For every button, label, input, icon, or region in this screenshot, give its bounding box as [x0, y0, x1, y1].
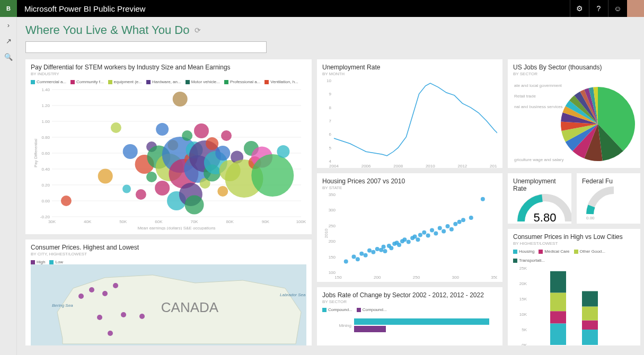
search-icon[interactable]: 🔍	[0, 49, 17, 65]
tile-title: Consumer Prices in High vs Low Cities	[513, 233, 635, 241]
tile-jobs-pie[interactable]: US Jobs By Sector (thousands) BY SECTOR …	[508, 59, 640, 168]
svg-point-28	[111, 122, 121, 133]
settings-icon[interactable]: ⚙	[570, 0, 589, 17]
svg-point-122	[413, 234, 417, 238]
svg-rect-162	[582, 330, 598, 345]
svg-text:0: 0	[519, 223, 522, 224]
svg-point-26	[61, 196, 72, 206]
svg-point-128	[434, 232, 438, 236]
tile-consumer-bar[interactable]: Consumer Prices in High vs Low Cities BY…	[508, 229, 640, 345]
consumer-bar-chart: 0K5K10K15K20K25KHighLow	[513, 263, 635, 345]
svg-point-30	[123, 144, 138, 159]
tile-sub: BY INDUSTRY	[31, 72, 306, 76]
tile-federal-gauge[interactable]: Federal Fu 0.00	[577, 173, 640, 224]
tile-sub: BY STATE	[322, 185, 497, 190]
map-label: CANADA	[161, 299, 219, 315]
help-icon[interactable]: ?	[589, 0, 608, 17]
tile-title: Pay Differential for STEM workers by Ind…	[31, 64, 306, 71]
svg-text:150: 150	[334, 275, 342, 280]
share-icon[interactable]: ↗	[0, 33, 17, 49]
tile-title: Unemployment Rate	[513, 178, 566, 192]
app-logo-icon: B	[0, 0, 17, 17]
tile-sub: BY CITY, HIGHEST/LOWEST	[31, 252, 306, 256]
svg-rect-158	[550, 311, 566, 323]
housing-scatter-chart: 1001502002503003501502002503003502007201…	[322, 190, 497, 282]
svg-point-66	[277, 145, 289, 158]
svg-point-31	[136, 189, 146, 200]
svg-text:9: 9	[329, 92, 332, 96]
chart-legend: HighLow	[31, 260, 306, 264]
unemployment-line-chart: 45678910200420062008201020122014	[322, 76, 497, 168]
svg-point-125	[422, 230, 426, 235]
svg-point-104	[356, 257, 360, 261]
svg-text:5.80: 5.80	[534, 211, 557, 224]
svg-text:0K: 0K	[522, 343, 527, 345]
svg-text:2014: 2014	[490, 164, 497, 168]
tile-jobs-change[interactable]: Jobs Rate of Change by Sector 2002 - 201…	[317, 287, 502, 345]
gauge-chart: 5.80 0 12	[513, 192, 571, 224]
svg-point-36	[156, 123, 169, 136]
tile-consumer-map[interactable]: Consumer Prices. Highest and Lowest BY C…	[25, 239, 312, 345]
svg-rect-142	[354, 326, 386, 332]
svg-text:60K: 60K	[155, 219, 163, 224]
app-title: Microsoft Power BI Public Preview	[17, 4, 570, 13]
collapse-icon[interactable]: ›	[0, 17, 17, 33]
svg-rect-157	[550, 323, 566, 345]
svg-point-108	[371, 250, 375, 254]
svg-point-37	[155, 181, 170, 196]
svg-text:2008: 2008	[393, 164, 403, 168]
svg-text:Mean earnings (dollars) S&E oc: Mean earnings (dollars) S&E occupations	[137, 226, 215, 230]
svg-point-106	[364, 253, 368, 258]
svg-rect-163	[582, 321, 598, 330]
svg-point-41	[173, 92, 188, 106]
svg-point-75	[121, 312, 126, 317]
svg-point-44	[182, 130, 192, 141]
tile-sub: BY SECTOR	[513, 72, 635, 76]
svg-point-48	[185, 196, 204, 215]
tile-unemployment-line[interactable]: Unemployment Rate BY MONTH 4567891020042…	[317, 59, 502, 168]
jobs-pie-chart: ate and local governmentRetail tradenal …	[513, 76, 635, 168]
svg-text:1.20: 1.20	[41, 103, 50, 108]
svg-text:80K: 80K	[226, 219, 234, 224]
svg-point-105	[359, 252, 364, 256]
svg-text:15K: 15K	[519, 297, 527, 301]
tile-housing-scatter[interactable]: Housing Prices 2007 vs 2010 BY STATE 100…	[317, 173, 502, 282]
tile-stem-scatter[interactable]: Pay Differential for STEM workers by Ind…	[25, 59, 312, 234]
tile-sub: BY HIGHEST/LOWEST	[513, 241, 635, 246]
svg-point-131	[446, 224, 450, 228]
tile-title: Housing Prices 2007 vs 2010	[322, 178, 497, 185]
svg-text:2006: 2006	[361, 164, 371, 168]
svg-text:0.60: 0.60	[41, 151, 50, 156]
tile-title: Consumer Prices. Highest and Lowest	[31, 244, 306, 251]
sea-label: Labrador Sea	[280, 292, 306, 297]
svg-text:0.80: 0.80	[41, 135, 50, 140]
qna-search-input[interactable]	[25, 41, 267, 53]
svg-text:70K: 70K	[190, 219, 198, 224]
feedback-icon[interactable]: ☺	[608, 0, 627, 17]
svg-point-126	[426, 234, 430, 238]
svg-point-123	[416, 237, 420, 242]
refresh-icon[interactable]: ⟳	[195, 26, 201, 34]
svg-point-72	[102, 291, 108, 296]
svg-text:0.20: 0.20	[41, 183, 50, 188]
svg-point-130	[442, 229, 446, 233]
svg-text:10: 10	[327, 78, 331, 83]
main-content: Where You Live & What You Do ⟳ Pay Diffe…	[17, 17, 644, 355]
svg-text:250: 250	[329, 224, 336, 228]
svg-text:350: 350	[329, 192, 336, 197]
svg-text:250: 250	[413, 275, 420, 280]
svg-text:50K: 50K	[119, 219, 127, 224]
svg-point-70	[78, 294, 84, 299]
user-avatar[interactable]	[627, 0, 644, 17]
svg-point-57	[215, 146, 230, 161]
svg-text:150: 150	[329, 255, 336, 260]
svg-text:2010: 2010	[426, 164, 435, 168]
svg-point-34	[146, 172, 157, 182]
svg-point-74	[97, 315, 102, 320]
svg-text:5K: 5K	[522, 327, 527, 332]
left-sidebar: › ↗ 🔍	[0, 17, 17, 355]
svg-text:200: 200	[374, 275, 381, 280]
svg-text:2007: 2007	[412, 281, 421, 282]
dashboard-grid: Pay Differential for STEM workers by Ind…	[25, 59, 636, 345]
tile-unemployment-gauge[interactable]: Unemployment Rate 5.80 0 12	[508, 173, 571, 224]
